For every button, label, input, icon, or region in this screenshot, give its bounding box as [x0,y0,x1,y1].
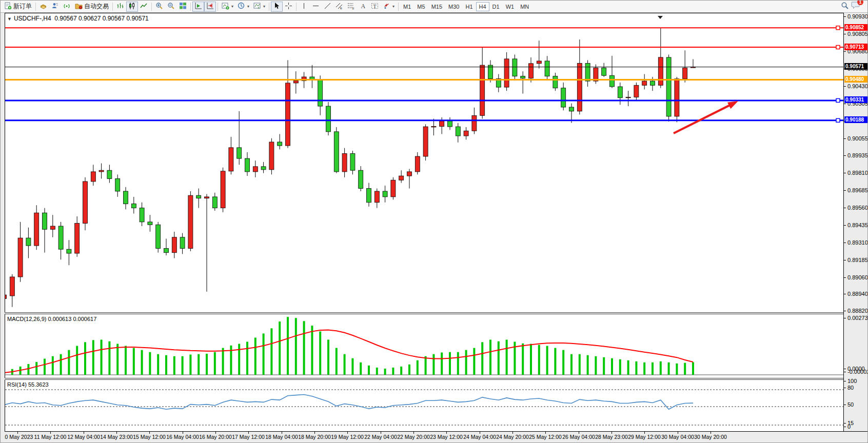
candle-body [464,131,468,136]
arrows-button[interactable]: ▾ [381,2,397,12]
auto-trading-button[interactable]: 自动交易 [73,2,111,12]
line-handle[interactable] [836,26,840,30]
candle-body [334,132,339,172]
vertical-line-button[interactable] [298,2,310,12]
trend-arrow[interactable] [674,105,731,133]
candlestick-chart-button[interactable] [126,2,138,12]
cursor-icon [273,2,281,11]
macd-histogram-bar [214,352,216,375]
axis-tick [844,311,846,311]
candle-body [658,57,663,85]
price-axis[interactable]: 0.909300.908050.906800.905550.904300.903… [843,13,868,431]
candlestick-plot[interactable] [5,13,843,312]
candle-body [278,142,282,146]
zoom-out-button[interactable] [165,2,177,12]
toolbar-separator [190,3,191,11]
axis-tick [844,34,846,34]
time-axis[interactable]: 10 May 202311 May 12:0012 May 04:0014 Ma… [5,431,868,442]
signal-icon [63,2,71,11]
timeframe-d1-button[interactable]: D1 [489,2,503,11]
bar-chart-button[interactable] [114,2,126,12]
candle-body [221,171,225,208]
timeframe-mn-button[interactable]: MN [517,2,532,11]
macd-histogram-bar [125,346,127,375]
trendline-icon [324,2,331,11]
axis-tick [844,173,846,173]
market-watch-button[interactable] [37,2,49,12]
macd-plot[interactable] [5,314,843,378]
chart-shift-button[interactable] [204,2,216,12]
candle-body [359,170,363,188]
svg-text:E: E [340,7,342,10]
timeframe-w1-button[interactable]: W1 [503,2,518,11]
macd-histogram-bar [68,350,70,375]
candle-body [440,121,444,127]
crosshair-button[interactable] [283,2,294,12]
horizontal-line-icon [312,2,320,11]
notifications-button[interactable]: 1 [851,1,860,12]
text-label-button[interactable]: T [369,2,381,12]
line-handle[interactable] [836,98,840,102]
zoom-in-button[interactable] [153,2,165,12]
macd-histogram-bar [35,362,37,375]
candle-body [115,179,120,191]
timeframe-m15-button[interactable]: M15 [428,2,445,11]
rsi-plot[interactable] [5,380,843,431]
templates-button[interactable]: ▾ [251,2,267,12]
trendline-button[interactable] [322,2,333,12]
time-label: 30 May 20:00 [694,434,727,440]
text-button[interactable]: A [357,2,369,12]
axis-tick [844,427,846,427]
new-order-button[interactable]: 新订单 [2,2,34,12]
candle-body [610,75,615,87]
dropdown-arrow-icon: ▾ [263,4,265,9]
time-label: 11 May 12:00 [34,434,67,440]
candle-body [626,97,630,97]
profile-button[interactable] [49,2,61,12]
candle-body [5,295,7,298]
line-handle[interactable] [836,118,840,122]
candle-body [172,237,176,253]
price-tick-label: 0.89560 [847,205,868,211]
axis-tick [844,260,846,260]
chart-shift-marker[interactable] [658,16,663,19]
search-button[interactable] [839,2,851,12]
axis-tick [844,86,846,87]
price-tag: 0.90571 [844,63,868,70]
time-label: 16 May 20:00 [199,434,232,440]
macd-histogram-bar [287,317,289,375]
line-chart-button[interactable] [138,2,150,12]
svg-text:F: F [352,7,354,10]
macd-histogram-bar [270,328,272,375]
timeframe-m1-button[interactable]: M1 [400,2,414,11]
auto-scroll-button[interactable] [192,2,204,12]
symbol-dropdown-icon[interactable]: ▼ [7,16,12,22]
line-handle[interactable] [836,46,840,49]
macd-histogram-bar [603,357,605,375]
signal-button[interactable] [61,2,73,12]
indicators-button[interactable]: ▾ [220,2,235,12]
time-label: 22 May 20:00 [397,434,430,440]
main-chart-panel[interactable]: ▼USDCHF-,H4 0.90567 0.90627 0.90567 0.90… [5,13,843,312]
new-order-icon [4,2,12,11]
timeframe-h4-button[interactable]: H4 [476,2,489,11]
chart-title: ▼USDCHF-,H4 0.90567 0.90627 0.90567 0.90… [7,15,149,22]
candle-body [504,59,509,87]
cursor-button[interactable] [271,2,283,12]
horizontal-line-button[interactable] [310,2,322,12]
macd-histogram-bar [141,350,143,375]
timeframe-m30-button[interactable]: M30 [445,2,462,11]
line-chart-icon [140,2,148,11]
timeframe-h1-button[interactable]: H1 [462,2,476,11]
rsi-panel[interactable]: RSI(14) 55.3623 [5,380,843,431]
macd-panel[interactable]: MACD(12,26,9) 0.000613 0.000617 [5,314,843,378]
time-label: 29 May 12:00 [628,434,661,440]
timeframe-m5-button[interactable]: M5 [414,2,428,11]
equidistant-channel-button[interactable]: E [333,2,345,12]
candle-body [212,197,217,208]
macd-histogram-bar [473,348,475,375]
fibonacci-button[interactable]: F [345,2,357,12]
periods-button[interactable]: ▾ [235,2,251,12]
market-watch-icon [40,2,47,11]
tile-windows-button[interactable] [177,2,189,12]
